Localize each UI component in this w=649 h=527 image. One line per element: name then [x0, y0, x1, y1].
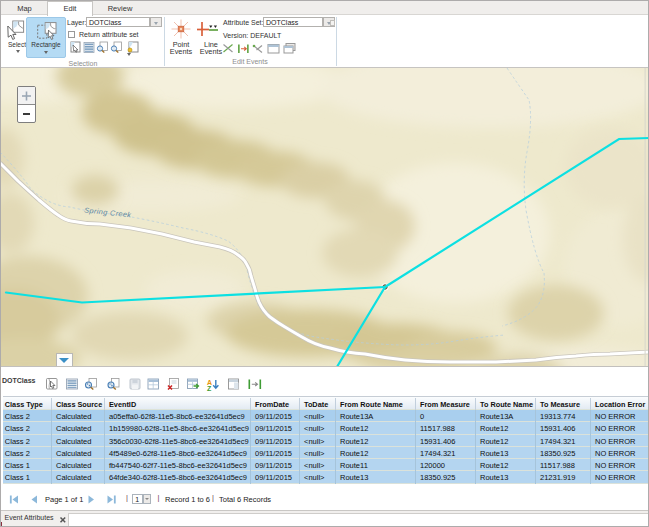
svg-text:Z: Z [207, 385, 212, 392]
